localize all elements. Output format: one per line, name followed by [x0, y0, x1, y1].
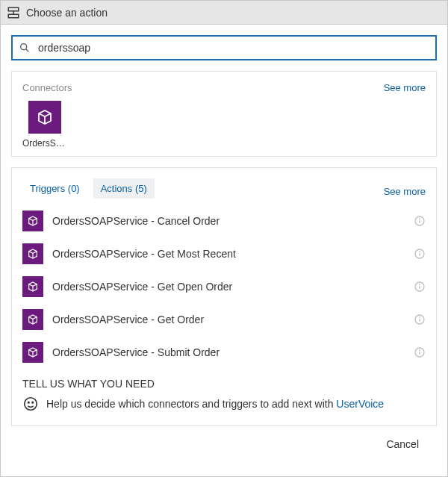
search-icon [19, 42, 32, 54]
info-icon[interactable] [414, 281, 426, 293]
info-icon[interactable] [414, 314, 426, 325]
svg-point-9 [420, 252, 420, 252]
actions-list: OrdersSOAPService - Cancel Order OrdersS… [22, 205, 426, 369]
dialog-footer: Cancel [11, 426, 437, 455]
cancel-button[interactable]: Cancel [383, 434, 422, 455]
feedback-row: Help us decide which connectors and trig… [22, 396, 426, 412]
feedback-text-pre: Help us decide which connectors and trig… [46, 398, 336, 410]
action-label: OrdersSOAPService - Get Order [52, 314, 414, 325]
package-icon [22, 211, 43, 231]
tab-actions[interactable]: Actions (5) [93, 178, 155, 199]
actions-card: Triggers (0) Actions (5) See more Orders… [11, 167, 437, 426]
svg-point-12 [420, 284, 420, 285]
svg-line-3 [26, 49, 28, 52]
action-row[interactable]: OrdersSOAPService - Submit Order [22, 336, 426, 369]
actions-see-more[interactable]: See more [384, 186, 426, 197]
svg-rect-1 [8, 14, 19, 18]
info-icon[interactable] [414, 248, 426, 260]
info-icon[interactable] [414, 346, 426, 358]
connectors-heading: Connectors [22, 82, 72, 93]
action-row[interactable]: OrdersSOAPService - Get Open Order [22, 270, 426, 303]
tab-triggers[interactable]: Triggers (0) [22, 178, 87, 199]
svg-point-6 [420, 219, 420, 219]
action-step-icon [5, 4, 22, 21]
smile-icon [22, 396, 39, 412]
svg-point-15 [420, 317, 420, 318]
info-icon[interactable] [414, 215, 426, 227]
svg-point-2 [21, 44, 27, 50]
dialog-header: Choose an action [1, 1, 447, 25]
feedback-text: Help us decide which connectors and trig… [46, 398, 384, 410]
action-label: OrdersSOAPService - Get Most Recent [52, 248, 414, 260]
package-icon [22, 342, 43, 363]
action-label: OrdersSOAPService - Get Open Order [52, 281, 414, 293]
svg-point-19 [25, 398, 37, 411]
svg-point-20 [28, 402, 29, 402]
action-row[interactable]: OrdersSOAPService - Cancel Order [22, 205, 426, 237]
search-input[interactable] [32, 42, 429, 54]
connector-label: OrdersSOA... [22, 138, 67, 149]
uservoice-link[interactable]: UserVoice [336, 398, 384, 410]
feedback-heading: TELL US WHAT YOU NEED [22, 378, 426, 390]
search-box[interactable] [11, 35, 437, 60]
package-icon [22, 243, 43, 264]
svg-point-21 [32, 402, 33, 402]
svg-rect-0 [8, 7, 19, 11]
svg-point-18 [420, 350, 420, 351]
package-icon [28, 101, 61, 134]
action-label: OrdersSOAPService - Submit Order [52, 346, 414, 358]
connectors-see-more[interactable]: See more [384, 82, 426, 93]
package-icon [22, 276, 43, 297]
dialog-title: Choose an action [22, 7, 108, 19]
action-row[interactable]: OrdersSOAPService - Get Order [22, 303, 426, 336]
connectors-card: Connectors See more OrdersSOA... [11, 71, 437, 157]
action-label: OrdersSOAPService - Cancel Order [52, 215, 414, 227]
package-icon [22, 309, 43, 330]
action-row[interactable]: OrdersSOAPService - Get Most Recent [22, 237, 426, 270]
connector-item[interactable]: OrdersSOA... [22, 101, 67, 149]
